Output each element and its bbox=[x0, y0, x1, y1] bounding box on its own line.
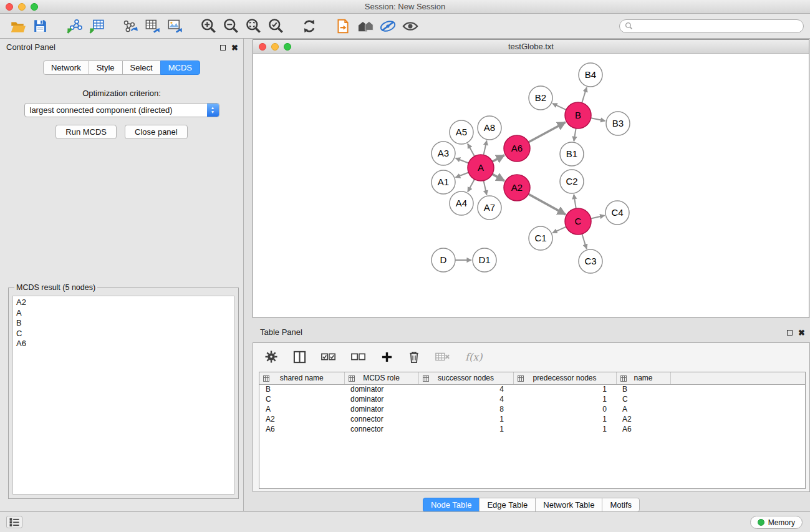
tab-motifs[interactable]: Motifs bbox=[602, 498, 640, 512]
graph-node-B3[interactable]: B3 bbox=[606, 112, 630, 135]
search-box[interactable] bbox=[619, 19, 804, 33]
table-cell[interactable]: dominator bbox=[344, 404, 418, 414]
close-panel-icon[interactable]: ✖ bbox=[231, 44, 238, 52]
table-row[interactable]: Adominator80A bbox=[259, 404, 805, 414]
graph-edge-B-B1[interactable] bbox=[574, 128, 576, 142]
tab-style[interactable]: Style bbox=[89, 60, 123, 75]
save-session-button[interactable] bbox=[29, 16, 51, 37]
table-cell[interactable]: A bbox=[616, 404, 670, 414]
graph-node-C1[interactable]: C1 bbox=[529, 226, 552, 250]
table-row[interactable]: Cdominator41C bbox=[259, 394, 805, 404]
tab-edge-table[interactable]: Edge Table bbox=[479, 498, 536, 512]
export-network-button[interactable] bbox=[118, 16, 141, 37]
graph-node-A7[interactable]: A7 bbox=[478, 196, 501, 220]
run-mcds-button[interactable]: Run MCDS bbox=[55, 125, 117, 139]
close-network-window-icon[interactable] bbox=[259, 43, 266, 51]
graph-node-C3[interactable]: C3 bbox=[579, 249, 602, 273]
mcds-result-item[interactable]: A2 bbox=[16, 297, 231, 308]
table-cell[interactable]: B bbox=[259, 384, 344, 394]
show-columns-button[interactable] bbox=[293, 351, 306, 364]
close-window-icon[interactable] bbox=[6, 3, 13, 11]
show-hide-graphics-button[interactable] bbox=[399, 16, 422, 37]
graph-node-D1[interactable]: D1 bbox=[473, 248, 496, 272]
tab-select[interactable]: Select bbox=[122, 60, 161, 75]
open-session-button[interactable] bbox=[6, 16, 29, 37]
table-cell[interactable]: A2 bbox=[259, 414, 344, 424]
zoom-fit-button[interactable] bbox=[242, 16, 264, 37]
import-network-from-file-button[interactable] bbox=[62, 16, 85, 37]
graph-edge-A2-C[interactable] bbox=[528, 194, 565, 215]
graph-node-A4[interactable]: A4 bbox=[450, 191, 473, 215]
graph-node-B2[interactable]: B2 bbox=[529, 86, 552, 110]
table-cell[interactable]: connector bbox=[344, 414, 418, 424]
table-row[interactable]: Bdominator41B bbox=[259, 384, 805, 394]
export-table-button[interactable] bbox=[141, 16, 163, 37]
tab-network-table[interactable]: Network Table bbox=[535, 498, 602, 512]
column-header-successor-nodes[interactable]: successor nodes bbox=[418, 372, 513, 384]
graph-node-A8[interactable]: A8 bbox=[478, 116, 501, 140]
memory-button[interactable]: Memory bbox=[750, 516, 803, 529]
mcds-result-item[interactable]: A6 bbox=[16, 339, 231, 349]
apply-layout-button[interactable] bbox=[298, 16, 321, 37]
graph-node-C4[interactable]: C4 bbox=[605, 201, 629, 225]
column-header-MCDS-role[interactable]: MCDS role bbox=[344, 372, 418, 384]
graph-edge-A-A1[interactable] bbox=[456, 173, 469, 178]
graph-edge-A-A4[interactable] bbox=[468, 179, 475, 191]
table-cell[interactable]: 1 bbox=[513, 384, 616, 394]
graph-node-D[interactable]: D bbox=[432, 248, 455, 272]
graph-node-B[interactable]: B bbox=[565, 102, 591, 128]
minimize-window-icon[interactable] bbox=[18, 3, 26, 11]
graph-edge-A-A5[interactable] bbox=[468, 143, 475, 156]
graph-node-A6[interactable]: A6 bbox=[504, 135, 530, 162]
graph-node-B4[interactable]: B4 bbox=[579, 63, 602, 87]
graph-edge-A-A8[interactable] bbox=[483, 141, 486, 155]
zoom-window-icon[interactable] bbox=[31, 3, 38, 11]
table-cell[interactable]: 1 bbox=[513, 424, 616, 434]
table-cell[interactable]: dominator bbox=[344, 394, 418, 404]
close-table-panel-icon[interactable]: ✖ bbox=[798, 329, 805, 337]
minimize-network-window-icon[interactable] bbox=[271, 43, 279, 51]
table-cell[interactable]: 0 bbox=[513, 404, 616, 414]
float-panel-icon[interactable] bbox=[220, 45, 226, 51]
column-header-name[interactable]: name bbox=[616, 372, 670, 384]
graph-node-A1[interactable]: A1 bbox=[432, 170, 455, 194]
float-table-panel-icon[interactable] bbox=[787, 330, 793, 336]
table-cell[interactable]: 1 bbox=[513, 394, 616, 404]
deselect-all-rows-button[interactable] bbox=[351, 351, 366, 362]
tab-mcds[interactable]: MCDS bbox=[160, 60, 200, 75]
column-header-shared-name[interactable]: shared name bbox=[259, 372, 344, 384]
graph-node-C2[interactable]: C2 bbox=[560, 170, 584, 193]
zoom-selected-button[interactable] bbox=[264, 16, 287, 37]
delete-column-button[interactable] bbox=[408, 351, 420, 364]
graph-edge-B-B3[interactable] bbox=[591, 118, 605, 121]
select-all-rows-button[interactable] bbox=[321, 351, 336, 362]
optimization-criterion-select[interactable]: largest connected component (directed) ▲… bbox=[24, 103, 219, 117]
table-settings-button[interactable] bbox=[264, 350, 278, 364]
graph-edge-A-A3[interactable] bbox=[456, 158, 469, 163]
graph-edge-C-C3[interactable] bbox=[582, 234, 586, 249]
graph-node-A2[interactable]: A2 bbox=[504, 175, 530, 201]
table-cell[interactable]: A bbox=[259, 404, 344, 414]
graph-edge-B-B4[interactable] bbox=[582, 87, 587, 103]
zoom-out-button[interactable] bbox=[219, 16, 242, 37]
delete-table-button[interactable] bbox=[435, 351, 450, 362]
import-table-from-file-button[interactable] bbox=[85, 16, 107, 37]
table-cell[interactable]: C bbox=[616, 394, 670, 404]
table-cell[interactable]: 8 bbox=[418, 404, 513, 414]
zoom-network-window-icon[interactable] bbox=[284, 43, 291, 51]
mcds-result-item[interactable]: C bbox=[16, 329, 231, 339]
function-builder-button[interactable]: f(x) bbox=[465, 351, 482, 363]
graph-node-A5[interactable]: A5 bbox=[450, 120, 473, 144]
table-cell[interactable]: A6 bbox=[259, 424, 344, 434]
search-input[interactable] bbox=[636, 22, 798, 31]
table-cell[interactable]: C bbox=[259, 394, 344, 404]
create-column-button[interactable] bbox=[381, 351, 393, 363]
table-cell[interactable]: 4 bbox=[418, 384, 513, 394]
graph-node-C[interactable]: C bbox=[565, 208, 591, 235]
zoom-in-button[interactable] bbox=[197, 16, 219, 37]
table-cell[interactable]: 4 bbox=[418, 394, 513, 404]
graph-node-B1[interactable]: B1 bbox=[560, 142, 584, 166]
annotation-mode-button[interactable] bbox=[377, 16, 399, 37]
close-panel-button[interactable]: Close panel bbox=[125, 125, 188, 139]
export-image-button[interactable] bbox=[163, 16, 186, 37]
